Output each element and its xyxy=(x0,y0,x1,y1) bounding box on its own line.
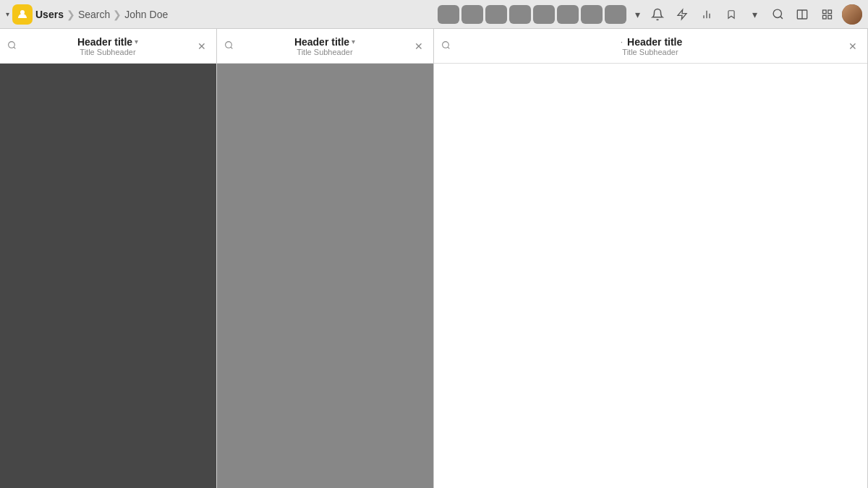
avatar-image xyxy=(842,4,862,25)
breadcrumb-search[interactable]: Search xyxy=(78,9,110,20)
toolbar-btn-6[interactable] xyxy=(557,5,579,24)
svg-marker-1 xyxy=(678,9,686,19)
panel-3-subtitle: Title Subheader xyxy=(622,48,678,56)
panel-1-title: Header title xyxy=(77,36,132,48)
panel-2-title: Header title xyxy=(294,36,349,48)
toolbar-btn-1[interactable] xyxy=(438,5,459,24)
toolbar-btn-4[interactable] xyxy=(509,5,531,24)
panel-3-close-btn[interactable]: ✕ xyxy=(846,39,860,53)
toolbar-btn-group xyxy=(438,5,626,24)
panel-3-dot-btn[interactable]: · xyxy=(618,37,625,47)
panel-2-title-row: Header title ▾ xyxy=(294,36,355,48)
breadcrumb-user[interactable]: John Doe xyxy=(124,9,168,20)
svg-rect-9 xyxy=(822,10,826,14)
panel-1-body xyxy=(0,64,216,488)
panel-2-search-icon[interactable] xyxy=(224,40,234,52)
topbar-center: ▾ xyxy=(438,5,645,24)
svg-point-17 xyxy=(443,41,449,48)
svg-rect-12 xyxy=(822,15,826,19)
svg-line-16 xyxy=(231,47,232,48)
svg-rect-10 xyxy=(827,10,831,14)
panel-1: Header title ▾ Title Subheader ✕ xyxy=(0,29,217,488)
topbar: ▾ Users ❯ Search ❯ John Doe ▾ xyxy=(0,0,868,29)
chart-btn[interactable] xyxy=(697,5,716,24)
app-icon xyxy=(12,4,33,25)
avatar[interactable] xyxy=(842,4,862,25)
topbar-left: ▾ Users ❯ Search ❯ John Doe xyxy=(6,4,435,25)
toolbar-more-btn[interactable]: ▾ xyxy=(629,5,645,24)
panel-2-close-btn[interactable]: ✕ xyxy=(412,39,426,53)
panel-1-header: Header title ▾ Title Subheader ✕ xyxy=(0,29,216,64)
svg-point-13 xyxy=(9,41,15,48)
panel-2-header: Header title ▾ Title Subheader ✕ xyxy=(217,29,433,64)
svg-rect-11 xyxy=(827,15,831,19)
toolbar-btn-2[interactable] xyxy=(461,5,483,24)
panel-2-body xyxy=(217,64,433,488)
svg-line-18 xyxy=(448,47,449,48)
toolbar-btn-7[interactable] xyxy=(581,5,603,24)
panel-3-header-center: · Header title Title Subheader xyxy=(455,36,846,56)
bookmark-more-btn[interactable]: ▾ xyxy=(746,5,762,24)
toolbar-btn-8[interactable] xyxy=(605,5,626,24)
panel-3-title: Header title xyxy=(627,36,682,48)
panel-2-title-chevron[interactable]: ▾ xyxy=(352,38,355,46)
panel-2: Header title ▾ Title Subheader ✕ xyxy=(217,29,434,488)
bookmark-btn[interactable] xyxy=(722,5,741,24)
panel-3-search-icon[interactable] xyxy=(441,40,451,52)
lightning-btn[interactable] xyxy=(673,5,692,24)
split-view-btn[interactable] xyxy=(793,5,812,24)
panel-2-subtitle: Title Subheader xyxy=(297,48,352,56)
app-name[interactable]: Users xyxy=(35,9,64,20)
panel-1-close-btn[interactable]: ✕ xyxy=(195,39,209,53)
notifications-btn[interactable] xyxy=(648,5,667,24)
breadcrumb-sep-2: ❯ xyxy=(113,9,122,20)
panel-3-body xyxy=(434,64,867,488)
search-btn[interactable] xyxy=(768,5,787,24)
panel-3: · Header title Title Subheader ✕ xyxy=(434,29,868,488)
grid-view-btn[interactable] xyxy=(817,5,836,24)
panel-1-title-row: Header title ▾ xyxy=(77,36,138,48)
topbar-right: ▾ xyxy=(648,4,862,25)
breadcrumb-sep-1: ❯ xyxy=(67,9,75,20)
panel-3-title-row: · Header title xyxy=(618,36,683,48)
panel-1-subtitle: Title Subheader xyxy=(80,48,135,56)
app-dropdown-chevron: ▾ xyxy=(6,10,9,18)
panel-1-title-chevron[interactable]: ▾ xyxy=(135,38,138,46)
panel-1-header-center: Header title ▾ Title Subheader xyxy=(21,36,195,56)
toolbar-btn-3[interactable] xyxy=(485,5,507,24)
app-dropdown[interactable]: ▾ xyxy=(6,4,33,25)
svg-line-6 xyxy=(780,17,782,19)
svg-point-5 xyxy=(773,9,781,17)
panel-2-header-center: Header title ▾ Title Subheader xyxy=(238,36,412,56)
toolbar-btn-5[interactable] xyxy=(533,5,555,24)
svg-line-14 xyxy=(14,47,15,48)
main-content: Header title ▾ Title Subheader ✕ Header … xyxy=(0,29,868,488)
panel-1-search-icon[interactable] xyxy=(7,40,17,52)
svg-point-15 xyxy=(226,41,232,48)
panel-3-header: · Header title Title Subheader ✕ xyxy=(434,29,867,64)
